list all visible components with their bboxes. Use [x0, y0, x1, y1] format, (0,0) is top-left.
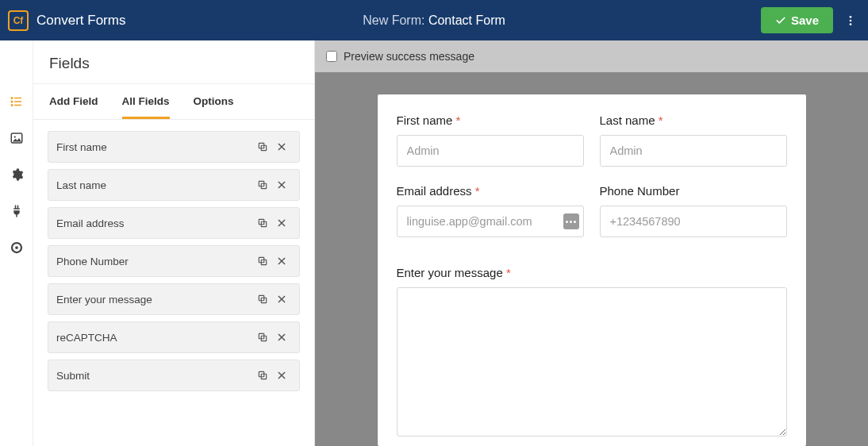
email-label: Email address *: [397, 184, 584, 198]
sidebar-tabs: Add Field All Fields Options: [33, 84, 314, 120]
tab-add-field[interactable]: Add Field: [49, 84, 98, 119]
copy-icon: [257, 332, 268, 343]
field-item-label: Submit: [56, 370, 253, 382]
form-name: Contact Form: [428, 13, 505, 27]
svg-rect-8: [14, 105, 21, 106]
title-prefix: New Form:: [363, 13, 428, 27]
preview-success-label: Preview success message: [344, 50, 474, 63]
copy-icon: [257, 141, 268, 152]
email-autofill-icon[interactable]: [563, 213, 579, 229]
list-icon: [10, 94, 24, 109]
sidebar-title: Fields: [49, 55, 298, 72]
left-icon-rail: [0, 40, 33, 446]
sidebar: Fields Add Field All Fields Options Firs…: [33, 40, 315, 446]
duplicate-button[interactable]: [253, 141, 272, 152]
svg-point-7: [10, 104, 13, 106]
required-asterisk: *: [456, 113, 461, 127]
brand-name: Convert Forms: [36, 13, 125, 29]
svg-point-10: [13, 136, 15, 137]
required-asterisk: *: [506, 266, 511, 279]
delete-button[interactable]: [272, 294, 291, 305]
svg-point-5: [10, 101, 13, 103]
svg-point-3: [10, 97, 13, 99]
duplicate-button[interactable]: [253, 294, 272, 305]
plug-icon: [10, 204, 24, 218]
field-item-label: Phone Number: [56, 256, 253, 267]
copy-icon: [257, 179, 268, 190]
delete-button[interactable]: [272, 370, 291, 381]
message-textarea[interactable]: [397, 287, 787, 436]
image-icon: [10, 131, 24, 145]
field-item-label: Email address: [56, 217, 253, 229]
rail-integrations-icon[interactable]: [10, 204, 24, 218]
phone-input[interactable]: [600, 206, 787, 237]
svg-rect-4: [14, 98, 21, 99]
last-name-label: Last name *: [600, 113, 787, 127]
field-item-submit[interactable]: Submit: [48, 359, 300, 391]
brand-logo: Cf: [8, 10, 29, 31]
field-item-recaptcha[interactable]: reCAPTCHA: [48, 321, 300, 353]
sidebar-header: Fields: [33, 40, 314, 84]
gear-icon: [10, 167, 24, 182]
delete-button[interactable]: [272, 141, 291, 152]
svg-point-0: [850, 16, 852, 18]
field-list: First name Last name Email address Phone…: [33, 120, 314, 402]
kebab-icon: [844, 14, 857, 27]
canvas: Preview success message First name * Las…: [315, 40, 868, 446]
email-input[interactable]: [397, 206, 584, 237]
field-item-label: reCAPTCHA: [56, 332, 253, 344]
first-name-input[interactable]: [397, 135, 584, 167]
close-icon: [276, 179, 287, 190]
close-icon: [276, 332, 287, 343]
svg-rect-6: [14, 101, 21, 102]
field-item-label: Enter your message: [56, 294, 253, 306]
delete-button[interactable]: [272, 217, 291, 229]
brand: Cf Convert Forms: [8, 10, 125, 31]
svg-point-12: [15, 246, 18, 249]
phone-label: Phone Number: [600, 184, 787, 198]
close-icon: [276, 256, 287, 267]
copy-icon: [257, 294, 268, 305]
page-title: New Form: Contact Form: [363, 13, 505, 28]
preview-success-checkbox[interactable]: [326, 51, 337, 62]
close-icon: [276, 370, 287, 381]
rail-settings-icon[interactable]: [10, 167, 24, 182]
rail-design-icon[interactable]: [10, 131, 24, 145]
copy-icon: [257, 217, 268, 229]
form-stage: First name * Last name * Email address *: [315, 72, 868, 446]
field-item-email[interactable]: Email address: [48, 207, 300, 239]
more-menu-button[interactable]: [839, 10, 862, 32]
top-bar: Cf Convert Forms New Form: Contact Form …: [0, 0, 868, 40]
duplicate-button[interactable]: [253, 217, 272, 229]
preview-bar: Preview success message: [315, 40, 868, 72]
tab-all-fields[interactable]: All Fields: [122, 84, 170, 119]
delete-button[interactable]: [272, 179, 291, 190]
field-item-last-name[interactable]: Last name: [48, 169, 300, 201]
field-item-message[interactable]: Enter your message: [48, 283, 300, 315]
tab-options[interactable]: Options: [194, 84, 234, 119]
duplicate-button[interactable]: [253, 332, 272, 343]
field-item-phone[interactable]: Phone Number: [48, 245, 300, 277]
close-icon: [276, 217, 287, 229]
last-name-input[interactable]: [600, 135, 787, 167]
rail-submissions-icon[interactable]: [10, 240, 24, 255]
svg-point-2: [850, 23, 852, 25]
save-button[interactable]: Save: [761, 7, 833, 33]
svg-point-1: [850, 19, 852, 21]
field-item-label: First name: [56, 141, 253, 153]
duplicate-button[interactable]: [253, 179, 272, 190]
check-icon: [775, 15, 786, 26]
circle-dot-icon: [10, 240, 24, 255]
duplicate-button[interactable]: [253, 256, 272, 267]
copy-icon: [257, 370, 268, 381]
field-item-label: Last name: [56, 179, 253, 191]
required-asterisk: *: [659, 113, 663, 127]
delete-button[interactable]: [272, 332, 291, 343]
rail-fields-icon[interactable]: [10, 94, 24, 109]
close-icon: [276, 141, 287, 152]
required-asterisk: *: [475, 184, 480, 198]
message-label: Enter your message *: [397, 266, 787, 279]
duplicate-button[interactable]: [253, 370, 272, 381]
delete-button[interactable]: [272, 256, 291, 267]
field-item-first-name[interactable]: First name: [48, 131, 300, 163]
